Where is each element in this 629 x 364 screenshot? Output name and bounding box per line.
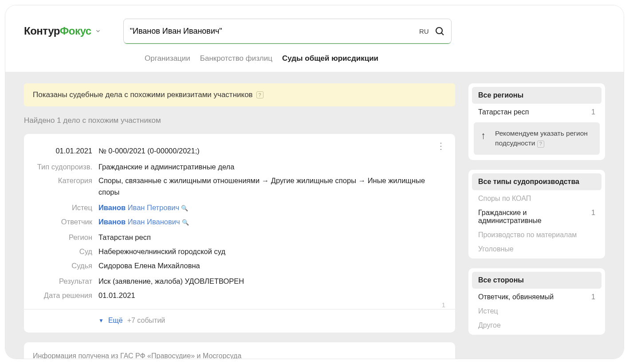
case-result: Иск (заявление, жалоба) УДОВЛЕТВОРЕН — [98, 276, 445, 287]
header: КонтурФокус RU Организации Банкротство ф… — [5, 5, 624, 72]
party-filter-item[interactable]: Истец — [472, 303, 601, 317]
case-type: Гражданские и административные дела — [98, 161, 445, 173]
filter-regions: Все регионы Татарстан респ1 ↑ Рекомендуе… — [468, 83, 605, 160]
search-button[interactable] — [434, 26, 445, 36]
party-filter-item[interactable]: Другое — [472, 317, 601, 331]
type-filter-item[interactable]: Уголовные — [472, 241, 601, 255]
case-card: ⋮ 01.01.2021 № 0-000/2021 (0-00000/2021;… — [24, 134, 455, 333]
tab-organizations[interactable]: Организации — [145, 54, 190, 63]
card-index: 1 — [442, 301, 445, 309]
search-tabs: Организации Банкротство физлиц Суды обще… — [24, 43, 605, 72]
expand-events[interactable]: ▼ Ещё +7 событий — [34, 309, 445, 325]
region-hint: ↑ Рекомендуем указать регион подсудности… — [474, 122, 600, 155]
help-icon[interactable]: ? — [256, 91, 263, 98]
filter-parties: Все стороны Ответчик, обвиняемый1 Истец … — [468, 268, 605, 335]
search-icon[interactable]: 🔍 — [182, 219, 189, 226]
search-lang-toggle[interactable]: RU — [419, 27, 429, 35]
region-filter-item[interactable]: Татарстан респ1 — [472, 104, 601, 118]
case-date: 01.01.2021 — [34, 145, 92, 157]
svg-line-1 — [441, 33, 444, 35]
type-filter-item[interactable]: Гражданские и административные1 — [472, 204, 601, 227]
svg-point-0 — [436, 27, 442, 34]
case-category: Споры, связанные с жилищными отношениями… — [98, 175, 445, 198]
tab-bankruptcy[interactable]: Банкротство физлиц — [200, 54, 272, 63]
card-menu-button[interactable]: ⋮ — [436, 145, 445, 147]
chevron-down-icon[interactable] — [95, 28, 101, 34]
chevron-down-icon: ▼ — [98, 317, 104, 324]
case-judge: Сидорова Елена Михайловна — [98, 260, 445, 272]
case-court: Набережночелнинский городской суд — [98, 246, 445, 258]
type-filter-item[interactable]: Производство по материалам — [472, 227, 601, 241]
plaintiff-link[interactable]: Иванов Иван Петрович — [98, 204, 179, 211]
filter-types: Все типы судопроизводства Споры по КОАП … — [468, 170, 605, 258]
found-count: Найдено 1 дело с похожим участником — [24, 116, 455, 125]
defendant-link[interactable]: Иванов Иван Иванович — [98, 218, 180, 226]
party-filter-item[interactable]: Ответчик, обвиняемый1 — [472, 289, 601, 303]
arrow-up-icon: ↑ — [481, 129, 486, 143]
search-icon — [434, 26, 445, 36]
type-filter-item[interactable]: Споры по КОАП — [472, 190, 601, 204]
data-source-note: Информация получена из ГАС РФ «Правосуди… — [24, 342, 455, 359]
tab-courts[interactable]: Суды общей юрисдикции — [282, 54, 378, 63]
case-region: Татарстан респ — [98, 232, 445, 243]
search-box: RU — [123, 19, 452, 43]
search-icon[interactable]: 🔍 — [181, 205, 188, 211]
help-icon[interactable]: ? — [537, 141, 544, 148]
case-decision-date: 01.01.2021 — [98, 290, 445, 301]
case-number: № 0-000/2021 (0-00000/2021;) — [98, 145, 445, 157]
similar-cases-banner: Показаны судебные дела с похожими реквиз… — [24, 83, 455, 106]
search-input[interactable] — [130, 27, 419, 36]
logo[interactable]: КонтурФокус — [24, 25, 101, 37]
